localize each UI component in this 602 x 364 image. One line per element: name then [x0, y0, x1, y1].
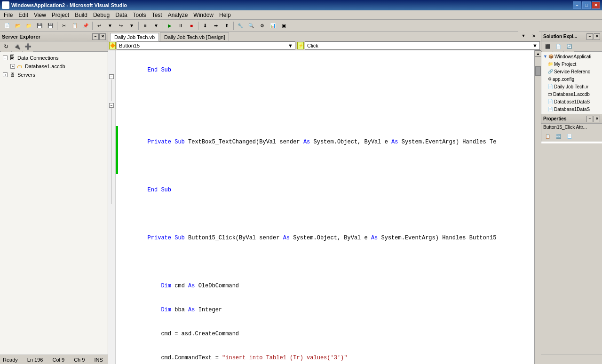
menu-help[interactable]: Help: [216, 10, 234, 19]
props-pages-btn[interactable]: 📃: [564, 131, 574, 142]
server-explorer-header: Server Explorer − ✕: [0, 32, 108, 41]
sol-pin-btn[interactable]: −: [586, 33, 593, 40]
sol-item-dailyjob[interactable]: 📄 Daily Job Tech.v: [542, 83, 601, 90]
menu-test[interactable]: Test: [149, 10, 165, 19]
sol-item-database1[interactable]: 🗃 Database1.accdb: [542, 90, 601, 98]
status-ready: Ready: [3, 357, 18, 363]
open-btn[interactable]: 📂: [13, 21, 23, 31]
sol-item-db1datas2[interactable]: 📄 Database1DataS: [542, 105, 601, 113]
collapse-marker-2[interactable]: −: [109, 103, 114, 108]
misc-btn5[interactable]: ▣: [278, 21, 289, 31]
props-pin-btn[interactable]: −: [586, 116, 593, 122]
status-line: Ln 196: [27, 357, 43, 363]
expand-database1[interactable]: +: [10, 64, 15, 69]
bracket-line-2: [111, 108, 112, 204]
method-dropdown[interactable]: Button15 ▼: [117, 41, 295, 50]
se-add-btn[interactable]: ➕: [23, 41, 33, 52]
cut-btn[interactable]: ✂: [59, 21, 69, 31]
code-line: cmd = asd.CreateCommand: [119, 330, 534, 338]
sol-item-myproject[interactable]: 📁 My Project: [542, 60, 601, 68]
new-project-btn[interactable]: 📄: [2, 21, 12, 31]
code-line: Dim cmd As OleDbCommand: [119, 282, 534, 290]
save-btn[interactable]: 💾: [34, 21, 45, 31]
props-sort-alpha-btn[interactable]: 🔤: [553, 131, 563, 142]
sol-item-solution[interactable]: ▼ 📦 WindowsApplicati: [542, 53, 601, 60]
tree-item-database1[interactable]: + 🗃 Database1.accdb: [1, 62, 107, 71]
step-into-btn[interactable]: ⬇: [200, 21, 210, 31]
sol-database1-label: Database1.accdb: [553, 92, 590, 97]
misc-btn4[interactable]: 📊: [268, 21, 278, 31]
redo-btn[interactable]: ↪: [116, 21, 126, 31]
menu-file[interactable]: File: [1, 10, 16, 19]
close-button[interactable]: ✕: [592, 1, 600, 9]
server-explorer-panel: Server Explorer − ✕ ↻ 🔌 ➕ − 🗄 Data Conne…: [0, 32, 108, 355]
menu-window[interactable]: Window: [190, 10, 216, 19]
tab-close-btn[interactable]: ✕: [529, 31, 539, 41]
tree-item-servers[interactable]: + 🖥 Servers: [1, 71, 107, 79]
sol-toolbar-btn1[interactable]: ⬛: [542, 41, 553, 52]
sol-db1datas1-icon: 📄: [548, 99, 553, 104]
undo-btn[interactable]: ↩: [94, 21, 104, 31]
menu-build[interactable]: Build: [72, 10, 90, 19]
scroll-up-btn[interactable]: ▲: [535, 50, 541, 57]
minimize-button[interactable]: −: [573, 1, 581, 9]
misc-btn2[interactable]: 🔍: [246, 21, 256, 31]
se-connect-btn[interactable]: 🔌: [12, 41, 22, 52]
paste-btn[interactable]: 📌: [80, 21, 91, 31]
collapse-marker-1[interactable]: −: [109, 74, 114, 79]
props-toolbar: 📋 🔤 📃: [541, 131, 602, 142]
sol-serviceref-label: Service Referenc: [554, 69, 590, 74]
step-out-btn[interactable]: ⬆: [222, 21, 232, 31]
tab-nav-btn[interactable]: ▼: [518, 31, 529, 41]
server-explorer-close[interactable]: ✕: [99, 33, 106, 40]
vertical-scrollbar: ▲ ▼: [534, 50, 541, 364]
menu-analyze[interactable]: Analyze: [165, 10, 191, 19]
misc-btn1[interactable]: 🔧: [235, 21, 246, 31]
maximize-button[interactable]: □: [582, 1, 591, 9]
sol-toolbar-btn3[interactable]: 🔄: [564, 41, 574, 52]
pause-btn[interactable]: ⏸: [175, 21, 186, 31]
undo-drop[interactable]: ▼: [105, 21, 115, 31]
event-dropdown[interactable]: Click ▼: [305, 41, 540, 50]
expand-data-connections[interactable]: −: [3, 55, 8, 60]
menu-data[interactable]: Data: [112, 10, 130, 19]
sol-close-btn[interactable]: ✕: [594, 33, 600, 40]
solution-explorer-header: Solution Expl... − ✕: [541, 32, 602, 41]
scroll-thumb[interactable]: [535, 66, 541, 76]
properties-header: Properties − ✕: [541, 114, 602, 124]
menu-tools[interactable]: Tools: [130, 10, 149, 19]
event-dropdown-arrow: ▼: [532, 43, 538, 48]
run-btn[interactable]: ▶: [165, 21, 175, 31]
sol-item-appconfig[interactable]: ⚙ app.config: [542, 75, 601, 83]
props-sort-cat-btn[interactable]: 📋: [542, 131, 553, 142]
se-refresh-btn[interactable]: ↻: [1, 41, 11, 52]
sol-toolbar-btn2[interactable]: 📄: [553, 41, 563, 52]
code-area: − −: [108, 50, 541, 364]
save-all-btn[interactable]: 💾: [45, 21, 55, 31]
tab-design[interactable]: Daily Job Tech.vb [Design]: [160, 32, 229, 41]
menu-project[interactable]: Project: [49, 10, 72, 19]
menu-view[interactable]: View: [31, 10, 49, 19]
server-explorer-pin[interactable]: −: [92, 33, 99, 40]
code-scroll-area[interactable]: End Sub Private Sub TextBox5_TextChanged…: [119, 50, 534, 364]
stop-btn[interactable]: ■: [186, 21, 197, 31]
misc-btn3[interactable]: ⚙: [257, 21, 267, 31]
menu-debug[interactable]: Debug: [90, 10, 112, 19]
copy-btn[interactable]: 📋: [70, 21, 80, 31]
solution-explorer-panel: Solution Expl... − ✕ ⬛ 📄 🔄 ▼ 📦 WindowsAp…: [541, 32, 602, 114]
server-explorer-toolbar: ↻ 🔌 ➕: [0, 41, 108, 52]
format-drop[interactable]: ▼: [151, 21, 161, 31]
sol-item-db1datas1[interactable]: 📄 Database1DataS: [542, 98, 601, 105]
format-btn[interactable]: ≡: [140, 21, 150, 31]
open-file-btn[interactable]: 📁: [24, 21, 34, 31]
tree-item-data-connections[interactable]: − 🗄 Data Connections: [1, 54, 107, 62]
tab-vb[interactable]: Daily Job Tech.vb: [110, 33, 159, 41]
step-over-btn[interactable]: ➡: [211, 21, 221, 31]
menu-edit[interactable]: Edit: [16, 10, 31, 19]
expand-servers[interactable]: +: [3, 72, 8, 77]
sol-item-serviceref[interactable]: 🔗 Service Referenc: [542, 68, 601, 75]
redo-drop[interactable]: ▼: [127, 21, 137, 31]
code-method-icon: 🔶: [109, 42, 116, 49]
props-close-btn[interactable]: ✕: [594, 116, 600, 122]
sol-db1datas2-icon: 📄: [548, 107, 553, 111]
